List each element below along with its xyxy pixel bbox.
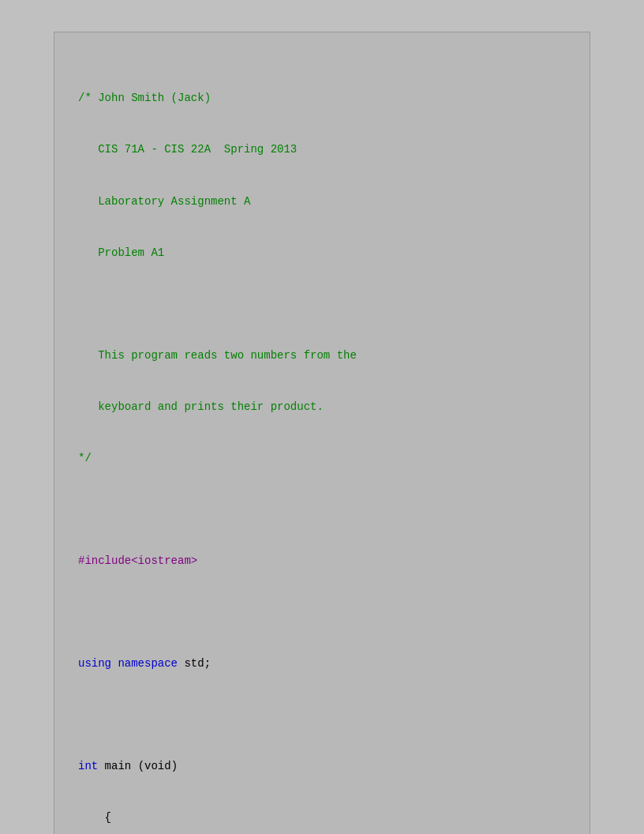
blank-line-1 (78, 296, 566, 314)
blank-line-4 (78, 707, 566, 724)
comment-line-5: This program reads two numbers from the (78, 348, 566, 365)
comment-line-7: */ (78, 450, 566, 468)
brace-open-line: { (78, 810, 566, 827)
code-editor: /* John Smith (Jack) CIS 71A - CIS 22A S… (54, 32, 590, 834)
blank-line-2 (78, 502, 566, 519)
blank-line-3 (78, 604, 566, 622)
comment-line-1: /* John Smith (Jack) (78, 90, 566, 107)
comment-line-2: CIS 71A - CIS 22A Spring 2013 (78, 141, 566, 159)
main-sig-line: int main (void) (78, 758, 566, 776)
include-line: #include<iostream> (78, 553, 566, 570)
code-content: /* John Smith (Jack) CIS 71A - CIS 22A S… (78, 56, 566, 834)
comment-line-3: Laboratory Assignment A (78, 193, 566, 211)
comment-line-6: keyboard and prints their product. (78, 399, 566, 416)
comment-line-4: Problem A1 (78, 245, 566, 262)
using-line: using namespace std; (78, 656, 566, 673)
